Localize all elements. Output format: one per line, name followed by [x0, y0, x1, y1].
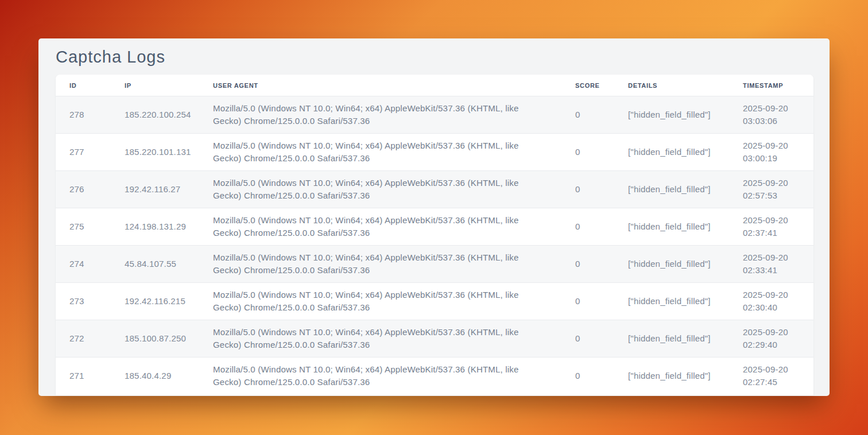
- cell-id: 275: [56, 208, 111, 245]
- cell-id: 276: [56, 170, 111, 208]
- cell-details: ["hidden_field_filled"]: [614, 133, 729, 170]
- column-header-ip: IP: [111, 75, 199, 96]
- cell-ip: 185.220.100.254: [111, 96, 199, 133]
- cell-score: 0: [561, 357, 614, 394]
- cell-user-agent: Mozilla/5.0 (Windows NT 10.0; Win64; x64…: [199, 320, 561, 357]
- column-header-id: ID: [56, 75, 111, 96]
- cell-score: 0: [561, 208, 614, 245]
- cell-details: ["hidden_field_filled"]: [614, 245, 729, 282]
- cell-id: 274: [56, 245, 111, 282]
- cell-id: 277: [56, 133, 111, 170]
- cell-timestamp: 2025-09-20 02:37:41: [729, 208, 813, 245]
- table-row: 276 192.42.116.27 Mozilla/5.0 (Windows N…: [56, 170, 813, 208]
- table-row: 272 185.100.87.250 Mozilla/5.0 (Windows …: [56, 320, 813, 357]
- table-row: 273 192.42.116.215 Mozilla/5.0 (Windows …: [56, 282, 813, 320]
- cell-id: 272: [56, 320, 111, 357]
- cell-user-agent: Mozilla/5.0 (Windows NT 10.0; Win64; x64…: [199, 133, 561, 170]
- cell-ip: 185.100.87.250: [111, 320, 199, 357]
- cell-score: 0: [561, 96, 614, 133]
- cell-ip: 45.84.107.55: [111, 245, 199, 282]
- logs-table-container: ID IP USER AGENT SCORE DETAILS TIMESTAMP…: [56, 75, 813, 395]
- table-body: 278 185.220.100.254 Mozilla/5.0 (Windows…: [56, 96, 813, 394]
- table-row: 277 185.220.101.131 Mozilla/5.0 (Windows…: [56, 133, 813, 170]
- cell-score: 0: [561, 282, 614, 320]
- cell-user-agent: Mozilla/5.0 (Windows NT 10.0; Win64; x64…: [199, 282, 561, 320]
- cell-details: ["hidden_field_filled"]: [614, 96, 729, 133]
- cell-timestamp: 2025-09-20 02:27:45: [729, 357, 813, 394]
- cell-score: 0: [561, 170, 614, 208]
- captcha-logs-card: Captcha Logs ID IP USER AGENT SCORE DETA…: [38, 38, 830, 396]
- cell-timestamp: 2025-09-20 02:33:41: [729, 245, 813, 282]
- table-row: 274 45.84.107.55 Mozilla/5.0 (Windows NT…: [56, 245, 813, 282]
- cell-details: ["hidden_field_filled"]: [614, 170, 729, 208]
- cell-ip: 185.40.4.29: [111, 357, 199, 394]
- cell-timestamp: 2025-09-20 02:30:40: [729, 282, 813, 320]
- cell-details: ["hidden_field_filled"]: [614, 320, 729, 357]
- column-header-score: SCORE: [561, 75, 614, 96]
- cell-user-agent: Mozilla/5.0 (Windows NT 10.0; Win64; x64…: [199, 245, 561, 282]
- logs-table: ID IP USER AGENT SCORE DETAILS TIMESTAMP…: [56, 75, 813, 394]
- cell-score: 0: [561, 320, 614, 357]
- cell-timestamp: 2025-09-20 03:03:06: [729, 96, 813, 133]
- cell-score: 0: [561, 133, 614, 170]
- column-header-timestamp: TIMESTAMP: [729, 75, 813, 96]
- cell-timestamp: 2025-09-20 02:57:53: [729, 170, 813, 208]
- cell-user-agent: Mozilla/5.0 (Windows NT 10.0; Win64; x64…: [199, 208, 561, 245]
- cell-id: 278: [56, 96, 111, 133]
- cell-ip: 124.198.131.29: [111, 208, 199, 245]
- cell-user-agent: Mozilla/5.0 (Windows NT 10.0; Win64; x64…: [199, 96, 561, 133]
- cell-user-agent: Mozilla/5.0 (Windows NT 10.0; Win64; x64…: [199, 357, 561, 394]
- cell-ip: 192.42.116.215: [111, 282, 199, 320]
- cell-details: ["hidden_field_filled"]: [614, 208, 729, 245]
- table-header: ID IP USER AGENT SCORE DETAILS TIMESTAMP: [56, 75, 813, 96]
- cell-ip: 185.220.101.131: [111, 133, 199, 170]
- table-row: 278 185.220.100.254 Mozilla/5.0 (Windows…: [56, 96, 813, 133]
- cell-details: ["hidden_field_filled"]: [614, 282, 729, 320]
- cell-id: 273: [56, 282, 111, 320]
- page-title: Captcha Logs: [38, 38, 830, 75]
- column-header-user-agent: USER AGENT: [199, 75, 561, 96]
- cell-timestamp: 2025-09-20 03:00:19: [729, 133, 813, 170]
- table-row: 271 185.40.4.29 Mozilla/5.0 (Windows NT …: [56, 357, 813, 394]
- cell-score: 0: [561, 245, 614, 282]
- cell-user-agent: Mozilla/5.0 (Windows NT 10.0; Win64; x64…: [199, 170, 561, 208]
- column-header-details: DETAILS: [614, 75, 729, 96]
- cell-details: ["hidden_field_filled"]: [614, 357, 729, 394]
- cell-ip: 192.42.116.27: [111, 170, 199, 208]
- cell-id: 271: [56, 357, 111, 394]
- cell-timestamp: 2025-09-20 02:29:40: [729, 320, 813, 357]
- table-row: 275 124.198.131.29 Mozilla/5.0 (Windows …: [56, 208, 813, 245]
